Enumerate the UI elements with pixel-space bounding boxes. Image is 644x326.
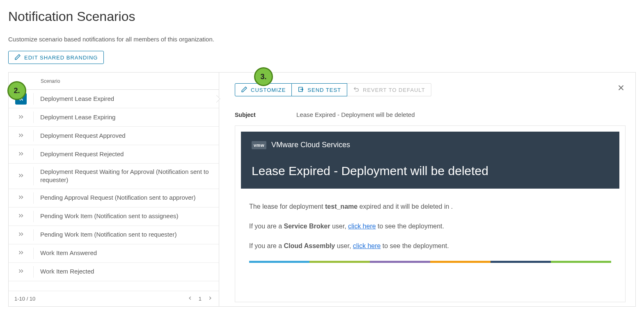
page-subtitle: Customize scenario based notifications f… [8,36,636,43]
content-area: Scenario Deployment Lease Expired Deploy… [8,72,636,307]
table-row[interactable]: Deployment Lease Expired [9,90,219,108]
pagination-bar: 1-10 / 10 1 [9,291,219,306]
edit-shared-branding-button[interactable]: Edit Shared Branding [8,51,104,64]
table-row[interactable]: Pending Approval Request (Notification s… [9,189,219,207]
row-label: Deployment Request Approved [34,128,132,144]
email-text: If you are a [249,242,284,249]
row-label: Deployment Request Rejected [34,146,130,162]
table-row[interactable]: Deployment Lease Expiring [9,108,219,127]
row-label: Deployment Lease Expired [34,91,121,107]
brand-name: VMware Cloud Services [271,141,350,149]
scenario-list-panel: Scenario Deployment Lease Expired Deploy… [9,73,219,306]
page-title: Notification Scenarios [8,9,636,24]
chevron-right-icon [17,212,25,221]
email-title: Lease Expired - Deployment will be delet… [252,164,609,178]
email-text: to see the deployment. [376,223,444,230]
email-text-bold: Cloud Assembly [284,242,335,249]
table-row[interactable]: Pending Work Item (Notification sent to … [9,226,219,244]
subject-value: Lease Expired - Deployment will be delet… [296,111,415,118]
email-text: to see the deployment. [380,242,449,249]
send-icon [298,86,304,94]
chevron-right-icon [17,230,25,239]
email-text: user, [335,242,353,249]
table-row[interactable]: Deployment Request Approved [9,127,219,145]
row-label: Work Item Rejected [34,263,101,280]
table-row[interactable]: Deployment Request Waiting for Approval … [9,164,219,189]
chevron-right-icon [17,267,25,276]
decorative-stripe [249,261,611,263]
email-text: expired and it will be deleted in . [358,203,453,210]
chevron-right-icon [17,113,25,122]
detail-action-bar: Customize Send Test Revert to Default [235,83,626,96]
page-number: 1 [199,296,202,302]
table-row[interactable]: Work Item Rejected [9,263,219,281]
email-text: If you are a [249,223,284,230]
revert-label: Revert to Default [363,87,425,93]
email-body: The lease for deployment test_name expir… [241,189,619,292]
page-next-button[interactable] [207,295,213,302]
email-link[interactable]: click here [348,223,376,230]
chevron-right-icon [17,132,25,140]
send-test-button[interactable]: Send Test [292,83,347,96]
table-row[interactable]: Deployment Request Rejected [9,145,219,164]
email-link[interactable]: click here [353,242,381,249]
scenario-column-header: Scenario [9,73,219,90]
page-prev-button[interactable] [187,295,193,302]
row-label: Pending Work Item (Notification sent to … [34,208,185,224]
email-text-bold: Service Broker [284,223,330,230]
email-preview[interactable]: vmw VMware Cloud Services Lease Expired … [235,125,626,302]
email-text-bold: test_name [325,203,358,210]
row-label: Pending Work Item (Notification sent to … [34,226,183,243]
pencil-icon [14,54,21,62]
chevron-right-icon [17,150,25,159]
table-row[interactable]: Work Item Answered [9,244,219,263]
edit-shared-branding-label: Edit Shared Branding [24,55,98,61]
detail-panel: Customize Send Test Revert to Default Su… [219,73,635,306]
undo-icon [353,86,360,94]
table-row[interactable]: Pending Work Item (Notification sent to … [9,207,219,226]
revert-to-default-button: Revert to Default [347,83,431,96]
callout-3: 3. [254,67,273,86]
chevron-right-icon [17,249,25,258]
row-label: Deployment Lease Expiring [34,109,122,125]
row-label: Deployment Request Waiting for Approval … [34,164,219,189]
customize-label: Customize [251,87,286,93]
chevron-right-icon [17,172,25,180]
send-test-label: Send Test [307,87,341,93]
close-icon[interactable] [616,83,626,93]
subject-label: Subject [235,112,296,118]
callout-2: 2. [7,81,26,100]
pencil-icon [241,86,248,94]
email-text: user, [330,223,348,230]
row-label: Pending Approval Request (Notification s… [34,189,202,206]
row-label: Work Item Answered [34,245,103,261]
chevron-right-icon [17,194,25,202]
email-header: vmw VMware Cloud Services Lease Expired … [241,132,619,189]
pagination-range: 1-10 / 10 [14,296,35,302]
brand-logo: vmw [252,141,266,149]
email-text: The lease for deployment [249,203,325,210]
